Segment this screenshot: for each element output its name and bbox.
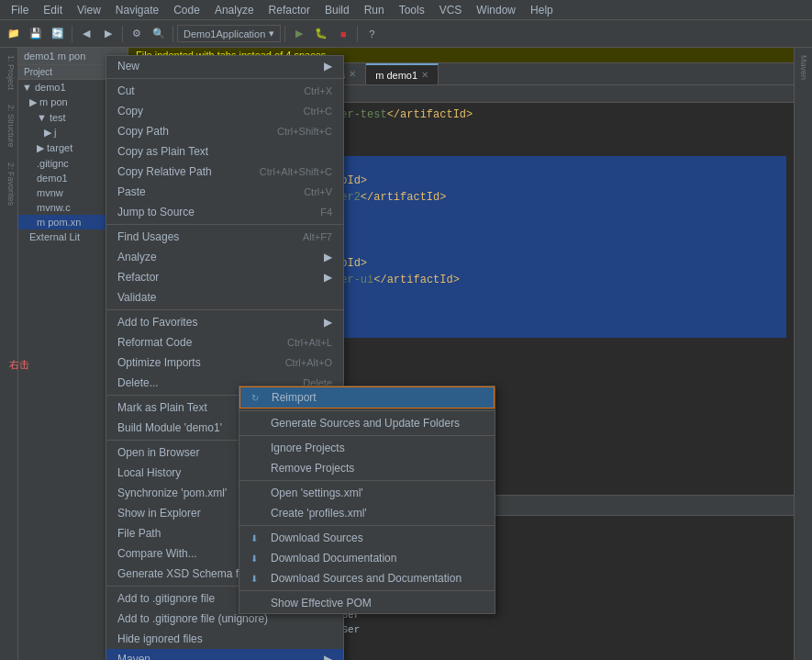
menu-cut[interactable]: Cut Ctrl+X (106, 81, 343, 101)
menu-jump-to-source[interactable]: Jump to Source F4 (106, 202, 343, 222)
menu-copy-relative-label: Copy Relative Path (117, 165, 212, 178)
maven-submenu: ↻ Reimport Generate Sources and Update F… (239, 386, 495, 614)
menu-copy-path[interactable]: Copy Path Ctrl+Shift+C (106, 121, 343, 141)
menu-find-shortcut: Alt+F7 (303, 231, 332, 242)
menu-sep-2 (106, 224, 343, 225)
submenu-download-sources[interactable]: ⬇ Download Sources (239, 528, 495, 548)
submenu-open-settings[interactable]: Open 'settings.xml' (239, 483, 495, 503)
submenu-ignore-projects[interactable]: Ignore Projects (239, 438, 495, 458)
menu-jump-shortcut: F4 (320, 207, 332, 218)
menu-refactor[interactable]: Refactor ▶ (106, 267, 343, 287)
menu-add-gitignore-label: Add to .gitignore file (117, 592, 215, 605)
menu-reformat-shortcut: Ctrl+Alt+L (287, 337, 332, 348)
menu-paste-shortcut: Ctrl+V (304, 186, 332, 197)
submenu-open-settings-label: Open 'settings.xml' (271, 487, 363, 499)
menu-compare-label: Compare With... (117, 547, 197, 560)
menu-copy-shortcut: Ctrl+C (304, 106, 332, 117)
menu-refactor-label: Refactor (117, 271, 159, 284)
menu-add-favorites[interactable]: Add to Favorites ▶ (106, 312, 343, 332)
submenu-show-pom-label: Show Effective POM (271, 597, 372, 610)
menu-file-path-label: File Path (117, 527, 161, 540)
menu-add-fav-label: Add to Favorites (117, 316, 197, 329)
menu-jump-label: Jump to Source (117, 206, 195, 218)
menu-hide-label: Hide ignored files (117, 632, 203, 645)
menu-paste[interactable]: Paste Ctrl+V (106, 182, 343, 202)
menu-delete-label: Delete... (117, 376, 159, 389)
menu-maven[interactable]: Maven ▶ (106, 649, 343, 660)
submenu-download-docs-label: Download Documentation (271, 552, 396, 565)
download-both-icon: ⬇ (250, 574, 265, 584)
submenu-gen-sources-label: Generate Sources and Update Folders (271, 417, 460, 430)
menu-new-label: New (117, 60, 139, 73)
submenu-remove-projects[interactable]: Remove Projects (239, 458, 495, 478)
menu-refactor-arrow: ▶ (324, 271, 332, 284)
menu-new-arrow: ▶ (324, 60, 332, 73)
submenu-reimport-label: Reimport (272, 391, 317, 404)
menu-copy-plain-text[interactable]: Copy as Plain Text (106, 141, 343, 162)
menu-analyze-label: Analyze (117, 251, 157, 263)
reimport-icon: ↻ (251, 393, 266, 403)
menu-sep-3 (106, 309, 343, 310)
menu-cut-label: Cut (117, 84, 135, 97)
menu-copy-relative-path[interactable]: Copy Relative Path Ctrl+Alt+Shift+C (106, 162, 343, 182)
menu-sep-1 (106, 78, 343, 79)
menu-reformat-label: Reformat Code (117, 336, 192, 349)
submenu-show-effective-pom[interactable]: Show Effective POM (239, 593, 495, 613)
menu-synchronize-label: Synchronize 'pom.xml' (117, 487, 227, 499)
menu-copy-relative-shortcut: Ctrl+Alt+Shift+C (260, 166, 332, 177)
submenu-gen-sources[interactable]: Generate Sources and Update Folders (239, 413, 495, 433)
menu-analyze[interactable]: Analyze ▶ (106, 247, 343, 267)
menu-optimize-label: Optimize Imports (117, 356, 201, 369)
submenu-ignore-label: Ignore Projects (271, 442, 345, 454)
menu-build-label: Build Module 'demo1' (117, 421, 222, 434)
submenu-sep-4 (239, 525, 495, 526)
menu-find-label: Find Usages (117, 230, 179, 243)
menu-hide-ignored[interactable]: Hide ignored files (106, 629, 343, 649)
submenu-download-sources-label: Download Sources (271, 531, 363, 544)
menu-copy-label: Copy (117, 105, 143, 117)
menu-maven-label: Maven (117, 653, 150, 660)
menu-maven-arrow: ▶ (324, 653, 332, 660)
submenu-create-profiles[interactable]: Create 'profiles.xml' (239, 503, 495, 523)
menu-mark-plain-label: Mark as Plain Text (117, 401, 207, 414)
menu-open-browser-label: Open in Browser (117, 446, 199, 459)
menu-cut-shortcut: Ctrl+X (304, 85, 332, 96)
submenu-sep-1 (239, 410, 495, 411)
context-menu-overlay[interactable]: New ▶ Cut Ctrl+X Copy Ctrl+C Copy Path C… (0, 0, 812, 660)
menu-new[interactable]: New ▶ (106, 56, 343, 76)
menu-add-gitignore-unignore-label: Add to .gitignore file (unignore) (117, 612, 268, 625)
submenu-remove-label: Remove Projects (271, 462, 354, 475)
menu-copy[interactable]: Copy Ctrl+C (106, 101, 343, 121)
menu-validate[interactable]: Validate (106, 287, 343, 308)
menu-show-explorer-label: Show in Explorer (117, 507, 201, 520)
download-docs-icon: ⬇ (250, 554, 265, 564)
menu-add-fav-arrow: ▶ (324, 316, 332, 329)
submenu-reimport[interactable]: ↻ Reimport (239, 386, 495, 408)
menu-optimize-imports[interactable]: Optimize Imports Ctrl+Alt+O (106, 352, 343, 373)
submenu-create-profiles-label: Create 'profiles.xml' (271, 507, 367, 520)
menu-validate-label: Validate (117, 291, 156, 304)
menu-copy-path-label: Copy Path (117, 125, 169, 138)
menu-optimize-shortcut: Ctrl+Alt+O (285, 357, 332, 368)
submenu-download-both[interactable]: ⬇ Download Sources and Documentation (239, 568, 495, 588)
menu-analyze-arrow: ▶ (324, 251, 332, 263)
menu-reformat[interactable]: Reformat Code Ctrl+Alt+L (106, 332, 343, 352)
submenu-sep-5 (239, 590, 495, 591)
menu-paste-label: Paste (117, 185, 146, 198)
submenu-download-both-label: Download Sources and Documentation (271, 572, 462, 585)
submenu-sep-2 (239, 435, 495, 436)
download-sources-icon: ⬇ (250, 533, 265, 543)
submenu-download-docs[interactable]: ⬇ Download Documentation (239, 548, 495, 568)
menu-copy-plain-label: Copy as Plain Text (117, 145, 208, 158)
submenu-sep-3 (239, 480, 495, 481)
menu-find-usages[interactable]: Find Usages Alt+F7 (106, 227, 343, 247)
menu-local-history-label: Local History (117, 466, 181, 479)
menu-copy-path-shortcut: Ctrl+Shift+C (277, 126, 332, 137)
